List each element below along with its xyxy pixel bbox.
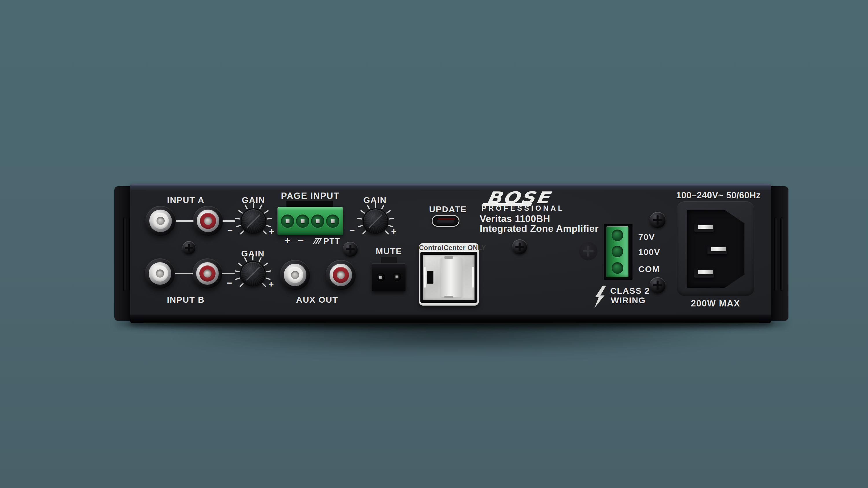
terminal-port [393, 272, 401, 281]
gain-max-label: + [266, 279, 276, 289]
iec-pin [694, 268, 714, 278]
vent-slot [780, 218, 783, 291]
rca-center-hole [156, 269, 164, 278]
input-a-label: INPUT A [157, 195, 215, 205]
iec-pin [694, 224, 714, 232]
controlcenter-label: ControlCenter ONLY [419, 244, 479, 252]
terminal-port [326, 215, 339, 228]
vent-slot [774, 218, 777, 291]
rj45-tongue [441, 257, 462, 297]
aux-out-label: AUX OUT [288, 295, 346, 305]
input-b-rca-jack-red[interactable] [192, 258, 222, 289]
input-b-gain-knob[interactable]: − + [228, 249, 277, 298]
brand-professional: PROFESSIONAL [482, 204, 564, 212]
input-b-rca-jack-white[interactable] [145, 258, 175, 289]
input-a-rca-jack-white[interactable] [146, 206, 176, 236]
power-rating-label: 100–240V~ 50/60Hz [676, 190, 769, 201]
rca-center-hole [337, 271, 345, 279]
page-input-terminal-block[interactable] [277, 207, 343, 235]
terminal-port [612, 246, 623, 257]
rj45-contact [424, 267, 426, 288]
rca-center-hole [291, 271, 299, 279]
page-gain-knob[interactable]: − + [351, 197, 400, 246]
terminal-port [376, 273, 385, 282]
gain-min-label: − [224, 278, 235, 288]
gain-max-label: + [389, 226, 399, 236]
speaker-70v-label: 70V [638, 232, 673, 242]
product-name: Integrated Zone Amplifier [480, 223, 599, 234]
input-a-gain-knob[interactable]: − + [229, 197, 278, 246]
vent-slot [123, 218, 126, 291]
aux-out-rca-jack-red[interactable] [326, 260, 356, 290]
mute-label: MUTE [369, 246, 409, 256]
rj45-jack-inner [423, 255, 474, 300]
terminal-port [612, 230, 623, 241]
signal-link-line [175, 273, 193, 274]
terminal-mount-strip [286, 201, 333, 207]
controlcenter-port-plate: ControlCenter ONLY [419, 243, 479, 305]
rca-center-hole [204, 217, 212, 225]
update-label: UPDATE [422, 204, 474, 215]
panel-screw [343, 242, 358, 257]
panel-screw [650, 212, 666, 228]
wiring-label: WIRING [611, 295, 669, 305]
gain-max-label: + [267, 226, 277, 236]
signal-link-line [176, 220, 193, 222]
page-input-label: PAGE INPUT [281, 191, 339, 201]
panel-screw [182, 241, 195, 254]
input-a-rca-jack-red[interactable] [193, 206, 223, 236]
class2-label: CLASS 2 [610, 286, 668, 296]
chassis-ground-icon [312, 236, 322, 246]
rj45-slot [427, 271, 433, 284]
speaker-com-label: COM [638, 264, 673, 274]
rca-center-hole [204, 269, 212, 278]
amplifier-rear-panel: INPUT A GAIN − + PAGE INPUT + − PTT G [114, 184, 788, 323]
knob-body [363, 208, 388, 234]
terminal-port [281, 215, 294, 228]
gain-min-label: − [347, 226, 357, 235]
speaker-100v-label: 100V [638, 247, 673, 257]
terminal-port [296, 215, 309, 228]
knob-body [241, 208, 266, 234]
knob-body [240, 261, 266, 287]
iec-pin [707, 246, 727, 254]
rj45-notch [444, 256, 453, 259]
rj45-contact [472, 267, 474, 288]
panel-screw [512, 239, 527, 254]
panel-screw-flush [579, 242, 597, 260]
terminal-port [311, 215, 324, 228]
input-b-label: INPUT B [157, 295, 215, 305]
rj45-notch [444, 296, 453, 298]
terminal-port [612, 262, 623, 274]
aux-out-rca-jack-white[interactable] [280, 260, 310, 290]
page-minus-label: − [292, 235, 309, 246]
usb-c-update-port[interactable] [432, 215, 460, 227]
gain-min-label: − [225, 226, 235, 235]
rj45-jack[interactable] [421, 252, 477, 303]
iec-power-inlet-plate [677, 201, 754, 296]
speaker-terminal-block[interactable] [607, 226, 628, 277]
iec-power-inlet[interactable] [687, 210, 744, 288]
max-power-label: 200W MAX [687, 298, 744, 309]
rca-center-hole [157, 217, 165, 225]
page-ptt-label: PTT [322, 236, 342, 246]
mute-terminal-connector[interactable] [372, 263, 406, 291]
lightning-bolt-icon [593, 286, 608, 308]
model-name: Veritas 1100BH [480, 214, 550, 224]
